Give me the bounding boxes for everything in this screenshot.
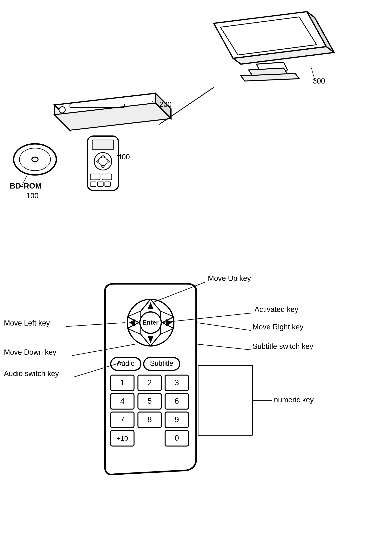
svg-text:0: 0 — [175, 434, 179, 442]
svg-text:Audio: Audio — [117, 359, 135, 367]
svg-text:400: 400 — [118, 153, 130, 161]
svg-rect-35 — [105, 182, 111, 187]
svg-text:numeric key: numeric key — [274, 396, 314, 404]
svg-text:Enter: Enter — [143, 319, 159, 326]
svg-marker-6 — [241, 73, 299, 81]
svg-text:Move Right key: Move Right key — [252, 323, 303, 331]
svg-text:7: 7 — [120, 415, 125, 424]
svg-rect-34 — [98, 182, 103, 187]
svg-text:Audio switch key: Audio switch key — [4, 369, 59, 378]
svg-rect-31 — [90, 174, 100, 180]
svg-text:Move Left key: Move Left key — [4, 319, 50, 327]
svg-text:Move Up key: Move Up key — [208, 274, 251, 283]
svg-text:9: 9 — [175, 415, 179, 424]
svg-text:1: 1 — [120, 378, 125, 387]
svg-text:200: 200 — [159, 100, 172, 108]
svg-text:Activated key: Activated key — [254, 305, 298, 313]
svg-point-30 — [99, 157, 107, 166]
svg-line-98 — [196, 344, 251, 350]
fig1a-diagram: 300 200 BD-ROM 100 — [0, 0, 392, 261]
svg-text:8: 8 — [147, 415, 152, 424]
svg-text:5: 5 — [147, 397, 152, 405]
svg-text:4: 4 — [120, 397, 125, 405]
svg-text:Subtitle: Subtitle — [150, 359, 173, 367]
svg-text:2: 2 — [147, 378, 152, 387]
svg-rect-33 — [90, 182, 96, 187]
svg-text:100: 100 — [26, 192, 38, 200]
svg-text:Move Down key: Move Down key — [4, 348, 56, 356]
svg-text:6: 6 — [175, 397, 179, 405]
fig1b-diagram: Enter Audio Subtitle 1 2 3 4 5 6 7 8 9 +… — [0, 261, 392, 551]
svg-rect-32 — [102, 174, 112, 180]
svg-rect-24 — [92, 140, 114, 150]
svg-point-19 — [32, 157, 38, 162]
svg-point-14 — [59, 107, 65, 113]
svg-text:Subtitle switch key: Subtitle switch key — [252, 342, 313, 350]
svg-line-94 — [196, 323, 251, 330]
svg-text:+10: +10 — [117, 435, 128, 442]
svg-text:BD-ROM: BD-ROM — [10, 182, 42, 190]
svg-text:3: 3 — [175, 378, 179, 387]
svg-text:300: 300 — [313, 77, 325, 85]
